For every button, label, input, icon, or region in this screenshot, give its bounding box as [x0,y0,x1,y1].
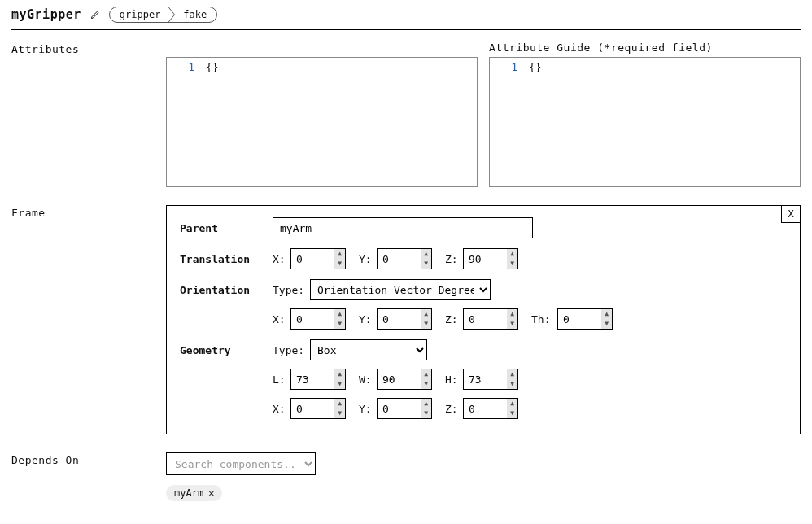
orient-x-label: X: [273,313,286,325]
stepper-up-icon[interactable]: ▲ [421,249,431,259]
stepper-down-icon[interactable]: ▼ [334,408,345,418]
breadcrumb: gripper fake [109,7,217,23]
stepper-down-icon[interactable]: ▼ [334,379,345,389]
stepper-down-icon[interactable]: ▼ [421,319,431,329]
chip-remove-icon[interactable]: ✕ [208,487,214,499]
guide-content: {} [524,58,800,186]
attributes-section: Attributes . 1 {} Attribute Guide (*requ… [11,41,801,187]
close-icon: X [788,208,793,220]
trans-z-label: Z: [445,253,458,265]
stepper-up-icon[interactable]: ▲ [334,369,345,379]
stepper-up-icon[interactable]: ▲ [507,309,517,319]
chevron-right-icon [168,7,175,23]
frame-orientation-label: Orientation [180,284,273,296]
stepper-up-icon[interactable]: ▲ [334,399,345,408]
stepper-up-icon[interactable]: ▲ [334,309,345,319]
dependency-chip-label: myArm [174,487,203,499]
frame-parent-input[interactable] [273,217,533,238]
stepper-up-icon[interactable]: ▲ [507,369,517,379]
attribute-guide-label: Attribute Guide (*required field) [489,41,801,54]
geom-w-label: W: [359,373,372,386]
stepper-up-icon[interactable]: ▲ [421,309,431,319]
stepper-down-icon[interactable]: ▼ [421,259,431,269]
stepper-up-icon[interactable]: ▲ [421,399,431,408]
frame-translation-label: Translation [180,253,273,265]
depends-on-section: Depends On Search components... myArm ✕ [11,452,801,501]
close-button[interactable]: X [781,205,801,223]
header-bar: myGripper gripper fake [11,7,801,30]
frame-parent-label: Parent [180,222,273,234]
stepper-up-icon[interactable]: ▲ [334,249,345,259]
component-title: myGripper [11,7,81,22]
attribute-guide-editor: 1 {} [489,57,801,187]
frame-section: Frame X Parent Translation X: [11,205,801,434]
breadcrumb-gripper[interactable]: gripper [110,7,169,22]
stepper-down-icon[interactable]: ▼ [601,319,612,329]
trans-z-input[interactable]: ▲▼ [463,248,518,269]
trans-y-label: Y: [359,253,372,265]
orient-th-label: Th: [531,313,552,325]
geom-l-label: L: [273,373,286,386]
geom-z-input[interactable]: ▲▼ [463,398,518,419]
geom-type-label: Type: [273,344,305,356]
stepper-down-icon[interactable]: ▼ [421,379,431,389]
attributes-editor[interactable]: 1 {} [166,57,478,187]
geom-l-input[interactable]: ▲▼ [290,369,346,390]
pencil-icon[interactable] [89,9,101,20]
orient-z-label: Z: [445,313,458,325]
geom-y-label: Y: [359,403,372,415]
orient-x-input[interactable]: ▲▼ [290,308,346,330]
section-label-attributes: Attributes [11,41,166,55]
stepper-down-icon[interactable]: ▼ [507,319,517,329]
stepper-down-icon[interactable]: ▼ [334,319,345,329]
geom-z-label: Z: [445,403,458,415]
breadcrumb-fake[interactable]: fake [175,7,216,22]
geom-w-input[interactable]: ▲▼ [377,369,432,390]
attributes-content[interactable]: {} [201,58,477,186]
trans-x-label: X: [273,253,286,265]
stepper-down-icon[interactable]: ▼ [507,379,517,389]
trans-y-input[interactable]: ▲▼ [377,248,432,269]
geom-y-input[interactable]: ▲▼ [377,398,432,419]
stepper-up-icon[interactable]: ▲ [507,399,517,408]
stepper-down-icon[interactable]: ▼ [507,408,517,418]
guide-gutter: 1 [490,58,524,186]
stepper-up-icon[interactable]: ▲ [421,369,431,379]
stepper-down-icon[interactable]: ▼ [334,259,345,269]
frame-panel: X Parent Translation X: ▲▼ [166,205,801,434]
depends-select[interactable]: Search components... [166,452,316,475]
orient-z-input[interactable]: ▲▼ [463,308,518,330]
stepper-down-icon[interactable]: ▼ [421,408,431,418]
orient-type-select[interactable]: Orientation Vector Degrees [310,279,491,300]
attributes-gutter: 1 [167,58,201,186]
orient-y-label: Y: [359,313,372,325]
dependency-chip: myArm ✕ [166,485,222,501]
orient-y-input[interactable]: ▲▼ [377,308,432,330]
stepper-down-icon[interactable]: ▼ [507,259,517,269]
geom-type-select[interactable]: Box [310,339,427,360]
stepper-up-icon[interactable]: ▲ [507,249,517,259]
geom-x-input[interactable]: ▲▼ [290,398,346,419]
geom-x-label: X: [273,403,286,415]
trans-x-input[interactable]: ▲▼ [290,248,346,269]
section-label-frame: Frame [11,205,166,219]
frame-geometry-label: Geometry [180,344,273,356]
geom-h-label: H: [445,373,458,386]
orient-type-label: Type: [273,284,305,296]
geom-h-input[interactable]: ▲▼ [463,369,518,390]
stepper-up-icon[interactable]: ▲ [601,309,612,319]
orient-th-input[interactable]: ▲▼ [557,308,613,330]
section-label-depends: Depends On [11,452,166,466]
